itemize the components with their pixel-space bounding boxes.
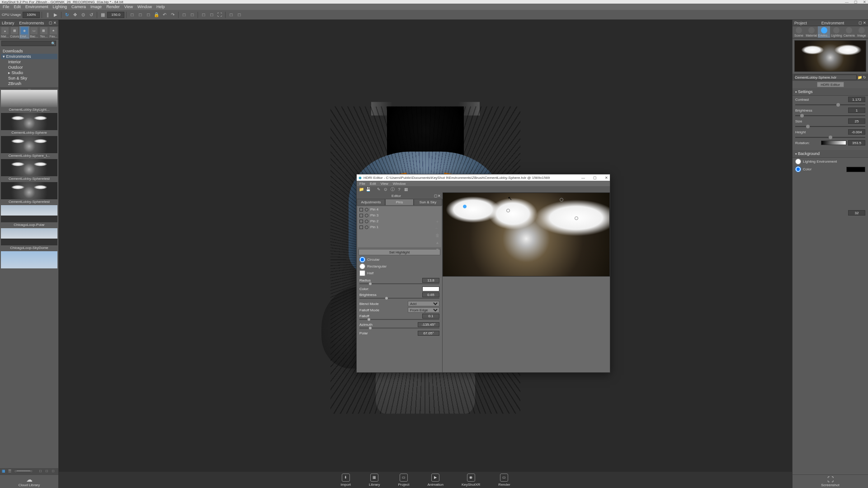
tree-studio[interactable]: ▸ Studio [1, 70, 57, 75]
menu-render[interactable]: Render [106, 5, 120, 9]
size-slider[interactable] [793, 125, 868, 128]
env-thumb[interactable] [1, 251, 57, 269]
visible-checkbox[interactable] [359, 220, 363, 223]
environments-tab[interactable]: ◉Envi... [19, 26, 29, 39]
grid-icon[interactable]: ▦ [99, 11, 106, 19]
tree-zbrush[interactable]: ZBrush [1, 81, 57, 86]
undo-icon[interactable]: ↶ [161, 11, 168, 19]
sunsky-tab[interactable]: Sun & Sky [414, 199, 442, 206]
hdri-menu-view[interactable]: View [381, 182, 388, 186]
maximize-icon[interactable]: ▢ [593, 176, 597, 180]
tree-outdoor[interactable]: Outdoor [1, 65, 57, 70]
height-slider[interactable] [793, 136, 868, 139]
select-radio[interactable] [365, 208, 368, 211]
open-icon[interactable]: 📁 [359, 187, 364, 192]
rotate-icon[interactable]: ↺ [88, 11, 95, 19]
backplates-tab[interactable]: ▭Bac... [29, 26, 39, 39]
menu-camera[interactable]: Camera [71, 5, 86, 9]
pause-icon[interactable]: ∥ [44, 11, 51, 19]
material-tab[interactable]: Material [805, 26, 818, 38]
animation-button[interactable]: ▶Animation [427, 474, 443, 487]
height-field[interactable] [848, 129, 865, 135]
tree-sunsky[interactable]: Sun & Sky [1, 75, 57, 81]
pins-tab[interactable]: Pins [385, 199, 414, 206]
background-section-header[interactable]: Background [793, 150, 868, 158]
materials-tab[interactable]: ●Mat... [0, 26, 10, 39]
menu-lighting[interactable]: Lighting [53, 5, 67, 9]
blend-mode-select[interactable]: Add [408, 301, 439, 306]
image-tab[interactable]: Image [855, 26, 868, 38]
radius-field[interactable] [422, 278, 439, 283]
visible-checkbox[interactable] [359, 214, 363, 217]
tool-a-icon[interactable]: □ [128, 11, 136, 19]
contrast-slider[interactable] [793, 103, 868, 107]
tool-d-icon[interactable]: □ [180, 11, 188, 19]
env-thumb[interactable]: CementLobby-Spheretest [1, 182, 57, 204]
tool-g-icon[interactable]: □ [208, 11, 215, 19]
menu-help[interactable]: Help [156, 5, 165, 9]
env-thumb[interactable]: ChicagoLoop-SkyDome [1, 228, 57, 250]
help-icon[interactable]: ? [396, 187, 402, 192]
tree-interior[interactable]: Interior [1, 59, 57, 65]
zoom-field[interactable] [107, 12, 124, 18]
view-grid-icon[interactable]: ▦ [2, 469, 6, 474]
polar-field[interactable] [418, 331, 439, 336]
refresh-icon[interactable]: ↻ [63, 11, 71, 19]
btn-b-icon[interactable]: □ [46, 469, 50, 474]
close-icon[interactable]: ✕ [605, 176, 608, 180]
falloff-field[interactable] [422, 314, 439, 319]
textures-tab[interactable]: ▦Tex... [39, 26, 49, 39]
menu-edit[interactable]: Edit [14, 5, 21, 9]
save-icon[interactable]: 💾 [365, 187, 371, 192]
close-icon[interactable]: ✕ [438, 194, 441, 198]
menu-view[interactable]: View [124, 5, 133, 9]
render-button[interactable]: ▭Render [498, 474, 510, 487]
wand-icon[interactable]: ✎ [376, 187, 382, 192]
samples-field[interactable] [848, 210, 865, 216]
pin-row[interactable]: Pin 3 [358, 212, 441, 218]
tool-e-icon[interactable]: □ [189, 11, 196, 19]
undock-icon[interactable]: ▢ [859, 21, 862, 25]
refresh-icon[interactable]: ↻ [863, 75, 866, 80]
tool-f-icon[interactable]: □ [200, 11, 207, 19]
up-icon[interactable]: ▲ [435, 240, 440, 245]
minus-icon[interactable]: − [435, 226, 440, 230]
size-field[interactable] [848, 118, 865, 124]
close-icon[interactable]: ✕ [863, 0, 866, 4]
rotation-field[interactable] [848, 140, 865, 145]
pin-row[interactable]: Pin 2 [358, 218, 441, 224]
view-list-icon[interactable]: ☰ [8, 469, 13, 474]
tool-i-icon[interactable]: □ [236, 11, 243, 19]
pin-marker-4[interactable] [463, 205, 467, 208]
brightness-slider[interactable] [793, 114, 868, 117]
environment-tab[interactable]: Enviro... [818, 26, 830, 38]
menu-image[interactable]: Image [90, 5, 102, 9]
env-thumb[interactable]: CementLobby-Spheretest [1, 159, 57, 181]
hdri-preview[interactable] [443, 192, 610, 277]
brightness-field[interactable] [848, 108, 865, 113]
scene-tab[interactable]: Scene [793, 26, 805, 38]
settings-icon[interactable]: ▦ [403, 187, 409, 192]
undock-icon[interactable]: ▢ [49, 21, 52, 25]
tool-c-icon[interactable]: □ [145, 11, 152, 19]
environment-preview[interactable] [794, 40, 866, 72]
hdri-menu-window[interactable]: Window [393, 182, 406, 186]
circular-radio[interactable] [359, 257, 365, 263]
btn-c-icon[interactable]: □ [52, 469, 57, 474]
expand-icon[interactable]: ⛶ [216, 11, 223, 19]
keyshotxr-button[interactable]: ◉KeyShotXR [462, 474, 480, 487]
set-highlight-button[interactable]: Set Highlight [359, 249, 440, 255]
select-radio[interactable] [365, 225, 368, 229]
redo-icon[interactable]: ↷ [169, 11, 176, 19]
pin-brightness-field[interactable] [422, 292, 439, 297]
hdri-menu-file[interactable]: File [359, 182, 365, 186]
hdri-window-titlebar[interactable]: ◉ HDRI Editor - C:\Users\Public\Document… [357, 174, 610, 181]
env-thumb[interactable]: CementLobby-SkyLight... [1, 90, 57, 112]
colors-tab[interactable]: ▦Colors [10, 26, 20, 39]
minimize-icon[interactable]: — [581, 176, 585, 180]
folder-icon[interactable]: 📁 [858, 75, 862, 80]
env-thumb[interactable]: CementLobby-Sphere [1, 113, 57, 135]
visible-checkbox[interactable] [359, 208, 363, 211]
pin-row[interactable]: Pin 4 [358, 206, 441, 212]
target-icon[interactable]: ⊙ [80, 11, 87, 19]
